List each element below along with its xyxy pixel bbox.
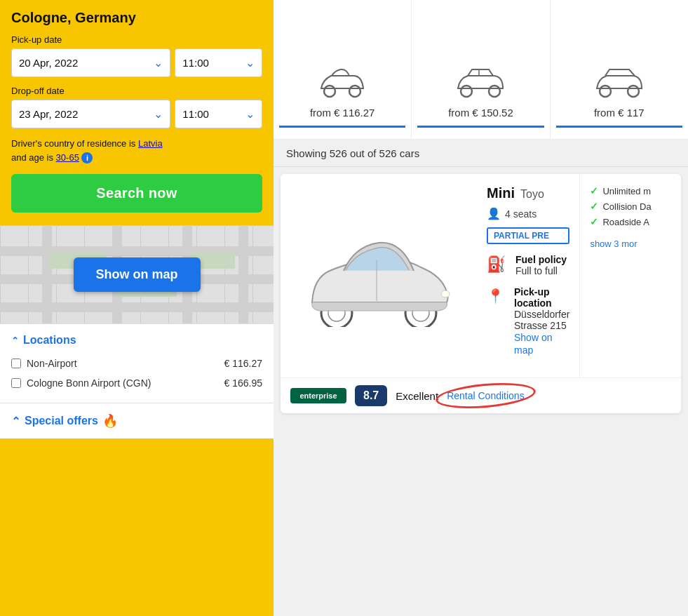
svg-point-0 — [324, 86, 335, 97]
map-area: Show on map — [0, 225, 274, 323]
dropoff-time-field[interactable]: 11:00 ⌄ — [175, 100, 262, 128]
car-icon-2 — [452, 63, 508, 98]
pickup-info: Pick-up location Düsseldorfer Strasse 21… — [514, 286, 569, 356]
car-card: Mini Toyo 👤 4 seats PARTIAL PRE ⛽ Fuel p… — [281, 174, 681, 413]
dropoff-date-row: 23 Apr, 2022 ⌄ 11:00 ⌄ — [11, 100, 262, 128]
city-title: Cologne, Germany — [11, 10, 262, 26]
svg-point-2 — [461, 86, 472, 97]
car-option-image-3 — [591, 63, 647, 101]
svg-point-6 — [628, 86, 639, 97]
search-now-button[interactable]: Search now — [11, 174, 262, 213]
driver-age-link[interactable]: 30-65 — [56, 152, 79, 163]
pickup-date-chevron-icon: ⌄ — [154, 56, 163, 69]
car-seats-row: 👤 4 seats — [487, 207, 569, 220]
pickup-time-chevron-icon: ⌄ — [245, 56, 255, 69]
partial-pre-badge: PARTIAL PRE — [487, 227, 569, 244]
fuel-label: Fuel policy — [515, 254, 567, 265]
check-icon-1: ✓ — [590, 185, 598, 196]
car-title-row: Mini Toyo — [487, 185, 569, 201]
car-option-price-1: from € 116.27 — [310, 107, 375, 119]
pickup-label: Pick-up location — [514, 286, 569, 309]
fuel-section: ⛽ Fuel policy Full to full — [487, 254, 569, 276]
location-name-non-airport: Non-Airport — [27, 358, 77, 369]
fire-icon: 🔥 — [102, 413, 118, 429]
fuel-value: Full to full — [515, 265, 567, 276]
driver-age-prefix: and age is — [11, 152, 56, 163]
locations-title: ⌃ Locations — [11, 334, 262, 347]
list-item: Cologne Bonn Airport (CGN) € 166.95 — [11, 373, 262, 393]
feature-item-3: ✓ Roadside A — [590, 216, 681, 227]
rating-label: Excellent — [396, 390, 438, 402]
feature-text-2: Collision Da — [602, 201, 651, 212]
locations-label: Locations — [23, 334, 76, 347]
svg-point-3 — [489, 86, 500, 97]
location-checkbox-input-non-airport[interactable] — [11, 359, 21, 368]
show-more-link[interactable]: show 3 mor — [590, 239, 681, 249]
car-option-border-1 — [279, 126, 405, 128]
location-price-cgn: € 166.95 — [224, 377, 263, 389]
rating-badge: 8.7 — [355, 385, 387, 406]
location-checkbox-cgn: Cologne Bonn Airport (CGN) — [11, 377, 151, 389]
fuel-pump-icon: ⛽ — [487, 255, 506, 274]
map-road — [238, 225, 248, 323]
pickup-date-row: 20 Apr, 2022 ⌄ 11:00 ⌄ — [11, 48, 262, 77]
search-form: Cologne, Germany Pick-up date 20 Apr, 20… — [0, 0, 274, 225]
map-road — [0, 302, 274, 312]
dropoff-time-chevron-icon: ⌄ — [245, 107, 255, 121]
svg-point-5 — [600, 86, 611, 97]
car-category: Mini — [487, 185, 515, 201]
car-option-image-1 — [314, 63, 370, 101]
pickup-address: Düsseldorfer Strasse 215 — [514, 309, 569, 331]
location-name-cgn: Cologne Bonn Airport (CGN) — [27, 377, 151, 389]
driver-info: Driver's country of residence is Latvia … — [11, 137, 262, 164]
show-on-map-button[interactable]: Show on map — [74, 257, 201, 292]
dropoff-date-label: Drop-off date — [11, 86, 262, 96]
rental-conditions-wrap: Rental Conditions — [447, 389, 525, 402]
fuel-info: Fuel policy Full to full — [515, 254, 567, 276]
car-brand: Toyo — [520, 188, 544, 201]
car-large-image — [298, 225, 459, 327]
location-checkbox-input-cgn[interactable] — [11, 378, 21, 388]
special-offers-chevron-icon: ⌃ — [11, 415, 20, 428]
feature-item-2: ✓ Collision Da — [590, 201, 681, 212]
dropoff-date-field[interactable]: 23 Apr, 2022 ⌄ — [11, 100, 170, 128]
car-seats: 4 seats — [505, 208, 537, 220]
show-on-map-link[interactable]: Show on map — [514, 332, 552, 356]
svg-point-12 — [441, 290, 450, 297]
pickup-time-field[interactable]: 11:00 ⌄ — [175, 48, 262, 77]
locations-chevron-icon: ⌃ — [11, 335, 19, 346]
car-option-1[interactable]: from € 116.27 — [274, 0, 412, 139]
feature-item-1: ✓ Unlimited m — [590, 185, 681, 196]
pickup-date-value: 20 Apr, 2022 — [19, 57, 78, 69]
dropoff-time-value: 11:00 — [182, 108, 209, 120]
location-pin-icon: 📍 — [487, 288, 504, 304]
enterprise-badge: enterprise — [290, 388, 346, 403]
car-option-3[interactable]: from € 117 — [551, 0, 688, 139]
svg-point-1 — [349, 86, 360, 97]
car-option-image-2 — [452, 63, 508, 101]
right-panel: from € 116.27 from € 150.52 — [274, 0, 688, 616]
card-footer: enterprise 8.7 Excellent Rental Conditio… — [281, 377, 681, 413]
pickup-section: 📍 Pick-up location Düsseldorfer Strasse … — [487, 286, 569, 356]
feature-text-3: Roadside A — [602, 217, 649, 227]
list-item: Non-Airport € 116.27 — [11, 354, 262, 373]
feature-text-1: Unlimited m — [602, 186, 651, 196]
dropoff-date-value: 23 Apr, 2022 — [19, 108, 78, 120]
locations-section: ⌃ Locations Non-Airport € 116.27 Cologne… — [0, 323, 274, 403]
location-checkbox-non-airport: Non-Airport — [11, 358, 77, 369]
special-offers-label: Special offers — [25, 415, 98, 427]
check-icon-2: ✓ — [590, 201, 598, 212]
info-icon[interactable]: i — [81, 152, 93, 163]
pickup-date-field[interactable]: 20 Apr, 2022 ⌄ — [11, 48, 170, 77]
car-option-2[interactable]: from € 150.52 — [412, 0, 550, 139]
card-details: Mini Toyo 👤 4 seats PARTIAL PRE ⛽ Fuel p… — [477, 174, 579, 377]
pickup-time-value: 11:00 — [182, 57, 209, 69]
car-option-border-2 — [417, 126, 544, 128]
check-icon-3: ✓ — [590, 216, 598, 227]
map-road — [42, 225, 52, 323]
car-icon-1 — [314, 63, 370, 98]
car-option-price-2: from € 150.52 — [448, 107, 513, 119]
car-icon-3 — [591, 63, 647, 98]
rental-conditions-link[interactable]: Rental Conditions — [447, 390, 525, 401]
driver-country-link[interactable]: Latvia — [138, 138, 163, 149]
